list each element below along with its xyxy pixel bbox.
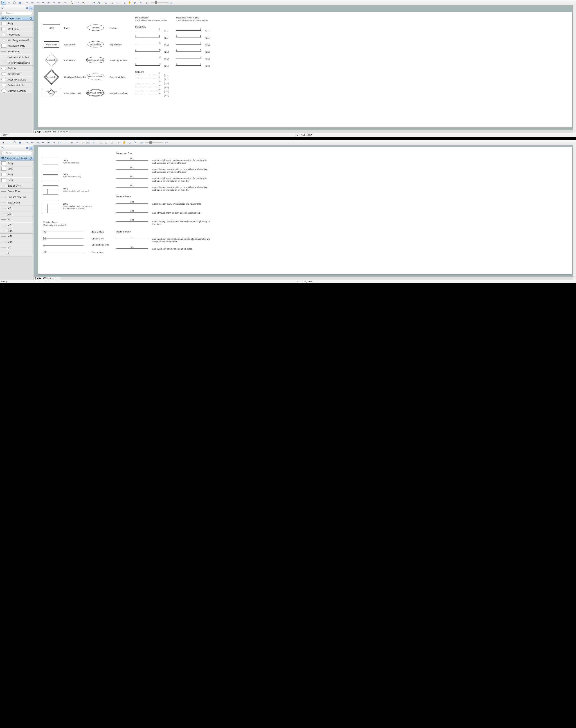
erd-tool-3[interactable]: ⬰: [35, 141, 40, 145]
sidebar-item-mm-3[interactable]: M:M: [0, 239, 33, 245]
conn-5[interactable]: ⇔: [91, 1, 96, 5]
entity-box-3[interactable]: [43, 185, 58, 194]
sidebar-item-identifying-relationship[interactable]: Identifying relationship: [0, 37, 33, 43]
eyedropper-button[interactable]: ✎: [133, 141, 137, 145]
pan-button[interactable]: ✋: [122, 141, 126, 145]
conn-4[interactable]: ↔: [86, 1, 90, 5]
erd-tool-4[interactable]: ⬰: [41, 1, 46, 5]
opt-line-1m[interactable]: [135, 95, 160, 95]
sidebar-item-recursive-relationship[interactable]: Recursive relationship: [0, 60, 33, 66]
drawing-page-2[interactable]: Entity (with no attributes) Entity (with…: [38, 147, 572, 274]
key-attribute-shape[interactable]: Key attribute: [88, 41, 104, 48]
erd-tool-1[interactable]: ⬰: [25, 141, 29, 145]
view-mode-2[interactable]: ▭: [55, 277, 57, 279]
eyedropper-button[interactable]: ✎: [138, 1, 143, 5]
sidebar-item-one-only[interactable]: One and only One: [0, 194, 33, 200]
erd-tool-5[interactable]: ⬰: [46, 141, 51, 145]
sidebar-item-attribute[interactable]: Attribute: [0, 66, 33, 71]
zoom-out-button[interactable]: ⌕−: [140, 141, 144, 145]
horizontal-scrollbar-2[interactable]: [61, 277, 573, 280]
conn-4[interactable]: ↔: [81, 141, 85, 145]
opt-line-0n[interactable]: [135, 83, 160, 83]
view-mode-3[interactable]: ▭: [58, 277, 60, 279]
sidebar-item-participation[interactable]: Participation: [0, 49, 33, 54]
table-tool-button[interactable]: ▦: [18, 141, 22, 145]
sidebar-item-optional-participation[interactable]: Optional participation: [0, 54, 33, 60]
erd-doc-button[interactable]: ▭: [62, 1, 67, 5]
arrange-1[interactable]: ⬚: [104, 1, 109, 5]
print-button[interactable]: ⎙: [133, 1, 137, 5]
opt-line-01[interactable]: [135, 75, 160, 75]
identifying-relationship-shape[interactable]: Relationship: [46, 72, 57, 83]
close-library-icon[interactable]: ×: [29, 17, 32, 20]
mand-line-1m[interactable]: [135, 65, 160, 66]
page-nav-first[interactable]: ‖: [35, 130, 36, 133]
page-nav-first[interactable]: ‖: [35, 277, 36, 279]
arrange-2[interactable]: ⬚: [109, 1, 114, 5]
table-tool-button[interactable]: ▦: [18, 1, 22, 5]
rec-line-1m[interactable]: [176, 65, 201, 66]
conn-3[interactable]: ⤳: [75, 141, 80, 145]
sidebar-item-m1-2[interactable]: M:1: [0, 211, 33, 217]
opt-line-0m[interactable]: [135, 91, 160, 91]
page-nav-prev[interactable]: ◀: [37, 277, 38, 279]
zoom-in-button[interactable]: ⌕+: [164, 141, 169, 145]
zoom-label[interactable]: Custom 79%: [42, 130, 57, 133]
erd-tool-1[interactable]: ⬰: [25, 1, 29, 5]
mm-line-3[interactable]: [116, 221, 148, 222]
conn-6[interactable]: ⇆: [91, 141, 96, 145]
ellipse-tool-button[interactable]: ◯: [12, 141, 17, 145]
sidebar-item-entity-4[interactable]: Entity: [0, 177, 33, 183]
mand-line-11[interactable]: [135, 37, 160, 38]
print-button[interactable]: ⎙: [127, 141, 132, 145]
conn-5[interactable]: ⇔: [86, 141, 90, 145]
sidebar-item-11-2[interactable]: 1:1: [0, 250, 33, 256]
erd-doc-button[interactable]: ▭: [57, 141, 62, 145]
sidebar-item-entity-3[interactable]: Entity: [0, 172, 33, 177]
vertical-scrollbar-2[interactable]: [573, 145, 576, 277]
rect-tool-button[interactable]: ▭: [7, 141, 11, 145]
pan-button[interactable]: ✋: [127, 1, 132, 5]
sidebar-item-mm-2[interactable]: M:M: [0, 234, 33, 239]
sidebar-item-relationship[interactable]: Relationship: [0, 32, 33, 37]
relationship-shape[interactable]: Relationship: [47, 56, 56, 64]
rect-tool-button[interactable]: ▭: [7, 1, 11, 5]
page-nav-next[interactable]: ▶: [39, 130, 41, 133]
erd-tool-5[interactable]: ⬰: [46, 1, 51, 5]
conn-2[interactable]: ⤻: [75, 1, 80, 5]
erd-tool-7[interactable]: ⬰: [57, 1, 62, 5]
arrange-3[interactable]: ⬚: [115, 1, 119, 5]
sidebar-item-m1-1[interactable]: M:1: [0, 206, 33, 211]
sidebar-item-multivalue-attribute[interactable]: Multivalue attribute: [0, 88, 33, 94]
zoom-slider[interactable]: [145, 142, 163, 143]
zoom-slider[interactable]: [151, 2, 169, 3]
weak-key-attribute-shape[interactable]: Weak key attribute: [86, 57, 105, 63]
search-input[interactable]: [1, 11, 32, 15]
oo-line-1[interactable]: [116, 239, 148, 239]
conn-6[interactable]: ⇆: [97, 1, 101, 5]
arrange-3[interactable]: ⬚: [109, 141, 114, 145]
pointer-tool-button[interactable]: ▸: [1, 141, 6, 145]
rec-line-11[interactable]: [176, 37, 201, 38]
sidebar-item-m1-4[interactable]: M:1: [0, 222, 33, 228]
mm-line-2[interactable]: [116, 212, 148, 213]
sidebar-item-mm-1[interactable]: M:M: [0, 228, 33, 234]
search-input[interactable]: [1, 151, 32, 155]
page-nav-prev[interactable]: ◀: [37, 130, 38, 133]
mand-line-0m[interactable]: [135, 59, 160, 59]
zoom-out-button[interactable]: ⌕−: [145, 1, 150, 5]
arrange-2[interactable]: ⬚: [104, 141, 109, 145]
grid-view-icon[interactable]: ▦: [25, 6, 29, 10]
zoom-stepper[interactable]: ⇳: [49, 277, 51, 279]
library-tree-icon[interactable]: ☰: [0, 146, 4, 150]
rec-line-01[interactable]: [176, 30, 201, 31]
view-mode-2[interactable]: ▭: [63, 130, 65, 133]
library-tree-icon[interactable]: ☰: [0, 6, 4, 10]
zoom-in-button[interactable]: ⌕+: [170, 1, 174, 5]
entity-box-2[interactable]: [43, 171, 58, 180]
sidebar-item-weak-key-attribute[interactable]: Weak key attribute: [0, 77, 33, 83]
entity-box-1[interactable]: [43, 158, 58, 165]
erd-tool-4[interactable]: ⬰: [41, 141, 46, 145]
view-mode-1[interactable]: ▭: [52, 277, 54, 279]
sidebar-item-zero-more[interactable]: Zero or More: [0, 183, 33, 189]
